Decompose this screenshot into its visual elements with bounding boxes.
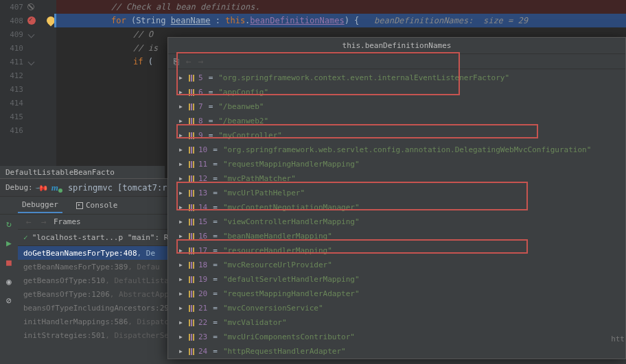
code-text: ( [143,57,152,66]
expand-icon[interactable]: ▶ [179,319,186,326]
var-value: "mvcValidator" [223,318,287,327]
var-value: "defaultServletHandlerMapping" [223,275,360,284]
variable-row[interactable]: ▶9="myController" [168,128,625,143]
equals: = [210,332,220,341]
console-icon [76,202,83,209]
expand-icon[interactable]: ▶ [179,132,186,138]
variable-row[interactable]: ▶21="mvcConversionService" [168,301,625,315]
variable-row[interactable]: ▶22="mvcValidator" [168,315,625,330]
variable-row[interactable]: ▶12="mvcPathMatcher" [168,171,625,186]
popup-title: this.beanDefinitionNames [168,38,625,54]
var-value: "org.springframework.web.servlet.config.… [223,145,591,154]
expand-icon[interactable]: ▶ [179,291,186,297]
variable-row[interactable]: ▶13="mvcUrlPathHelper" [168,186,625,200]
variable-row[interactable]: ▶24="httpRequestHandlerAdapter" [168,344,625,359]
expand-icon[interactable]: ▶ [179,104,186,110]
array-icon [189,219,194,226]
back-button[interactable]: ← [186,56,192,66]
equals: = [206,102,216,111]
code-text: beanName [171,16,211,25]
expand-icon[interactable]: ▶ [179,262,186,268]
frames-label: Frames [54,217,81,226]
equals: = [210,289,220,298]
var-index: 23 [198,332,207,341]
resume-button[interactable]: ▶ [3,236,15,249]
var-index: 10 [198,145,207,154]
variable-row[interactable]: ▶15="viewControllerHandlerMapping" [168,215,625,229]
array-icon [189,75,194,82]
var-index: 19 [198,275,207,284]
copy-button[interactable]: ⎘ [174,56,179,66]
var-value: "/beanweb" [218,102,264,111]
variable-row[interactable]: ▶8="/beanweb2" [168,114,625,128]
variable-row[interactable]: ▶14="mvcContentNegotiationManager" [168,200,625,215]
expand-icon[interactable]: ▶ [179,305,186,311]
var-index: 11 [198,160,207,169]
expand-icon[interactable]: ▶ [179,175,186,182]
variable-row[interactable]: ▶11="requestMappingHandlerMapping" [168,157,625,171]
stop-button[interactable]: ■ [3,256,15,268]
variable-row[interactable]: ▶17="resourceHandlerMapping" [168,243,625,258]
expand-icon[interactable]: ▶ [179,334,186,340]
array-icon [189,175,194,182]
expand-icon[interactable]: ▶ [179,190,186,196]
debug-title: Debug: [5,183,33,192]
variable-row[interactable]: ▶18="mvcResourceUrlProvider" [168,258,625,272]
var-value: "/beanweb2" [218,117,268,125]
equals: = [210,174,220,183]
expand-icon[interactable]: ▶ [179,247,186,254]
expand-icon[interactable]: ▶ [179,348,186,354]
array-icon [189,233,194,240]
run-config[interactable]: m springmvc [tomcat7:run] [51,182,182,193]
equals: = [210,347,220,356]
mute-breakpoints-button[interactable]: ⊘ [3,294,15,306]
equals: = [210,318,220,327]
code-text: this [225,16,245,25]
var-index: 22 [198,318,207,327]
expand-icon[interactable]: ▶ [179,118,186,124]
expand-icon[interactable]: ▶ [179,75,186,81]
equals: = [210,145,220,154]
var-index: 18 [198,260,207,269]
expand-icon[interactable]: ▶ [179,89,186,95]
expand-icon[interactable]: ▶ [179,147,186,153]
var-index: 12 [198,174,207,183]
variable-row[interactable]: ▶20="requestMappingHandlerAdapter" [168,287,625,301]
variable-row[interactable]: ▶6="appConfig" [168,85,625,99]
status-dot-icon [58,189,62,193]
variable-row[interactable]: ▶10="org.springframework.web.servlet.con… [168,143,625,157]
equals: = [206,88,216,97]
breadcrumb-item: DefaultListableBeanFacto [5,168,115,177]
expand-icon[interactable]: ▶ [179,204,186,210]
expand-icon[interactable]: ▶ [179,161,186,167]
breadcrumb[interactable]: DefaultListableBeanFacto [0,166,165,178]
expand-icon[interactable]: ▶ [179,276,186,282]
fold-icon[interactable] [28,31,35,38]
line-number: 413 [0,85,27,94]
maven-icon: m [51,182,58,193]
expand-icon[interactable]: ▶ [179,219,186,225]
rerun-button[interactable]: ↻ [3,217,15,230]
variable-row[interactable]: ▶7="/beanweb" [168,99,625,114]
pin-icon[interactable]: 📌 [35,180,49,195]
forward-button[interactable]: → [198,56,204,66]
expand-icon[interactable]: ▶ [179,233,186,239]
tab-debugger[interactable]: Debugger [18,197,62,213]
variable-row[interactable]: ▶5="org.springframework.context.event.in… [168,71,625,85]
array-icon [189,348,194,355]
code-text: if [133,57,143,66]
breakpoint-icon[interactable] [27,16,36,25]
variable-row[interactable]: ▶23="mvcUriComponentsContributor" [168,330,625,344]
variable-popup[interactable]: this.beanDefinitionNames ⎘ ← → ▶5="org.s… [167,37,626,359]
tab-console[interactable]: Console [72,198,121,213]
var-value: "mvcContentNegotiationManager" [223,203,360,212]
fold-icon[interactable] [28,58,35,65]
variable-row[interactable]: ▶19="defaultServletHandlerMapping" [168,272,625,287]
view-breakpoints-button[interactable]: ◉ [3,275,15,287]
var-value: "myController" [218,131,282,140]
var-index: 17 [198,246,207,255]
variable-row[interactable]: ▶16="beanNameHandlerMapping" [168,229,625,243]
line-number: 409 [0,30,27,39]
var-index: 15 [198,217,207,226]
array-icon [189,89,194,96]
